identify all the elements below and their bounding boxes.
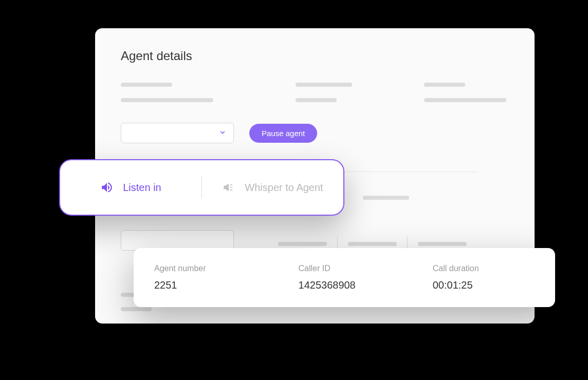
pause-agent-button[interactable]: Pause agent (249, 124, 317, 143)
listen-in-label: Listen in (123, 182, 161, 194)
whisper-button[interactable]: Whisper to Agent (202, 181, 343, 194)
agent-number-label: Agent number (154, 264, 206, 273)
caller-id-block: Caller ID 1425368908 (299, 264, 356, 291)
placeholder (424, 83, 465, 87)
agent-number-block: Agent number 2251 (154, 264, 206, 291)
caller-id-label: Caller ID (299, 264, 356, 273)
placeholder (121, 98, 213, 102)
call-duration-label: Call duration (433, 264, 479, 273)
agent-select[interactable] (121, 123, 234, 143)
placeholder (121, 83, 172, 87)
monitor-actions-pill: Listen in Whisper to Agent (59, 159, 344, 216)
megaphone-icon (222, 181, 235, 194)
controls-row: Pause agent (121, 123, 509, 143)
placeholder (121, 307, 152, 311)
agent-number-value: 2251 (154, 279, 206, 291)
placeholder (424, 98, 506, 102)
input-box[interactable] (121, 230, 234, 251)
placeholder (278, 242, 327, 246)
placeholder (348, 242, 397, 246)
chevron-down-icon (219, 129, 226, 138)
placeholder-row-1 (121, 83, 509, 102)
listen-in-button[interactable]: Listen in (60, 181, 201, 194)
placeholder (418, 242, 467, 246)
call-duration-value: 00:01:25 (433, 279, 479, 291)
placeholder (296, 98, 337, 102)
page-title: Agent details (121, 49, 509, 63)
speaker-icon (100, 181, 114, 194)
call-info-card: Agent number 2251 Caller ID 1425368908 C… (134, 248, 555, 307)
caller-id-value: 1425368908 (299, 279, 356, 291)
placeholder (296, 83, 352, 87)
call-duration-block: Call duration 00:01:25 (433, 264, 479, 291)
whisper-label: Whisper to Agent (245, 182, 323, 194)
placeholder (363, 196, 409, 200)
